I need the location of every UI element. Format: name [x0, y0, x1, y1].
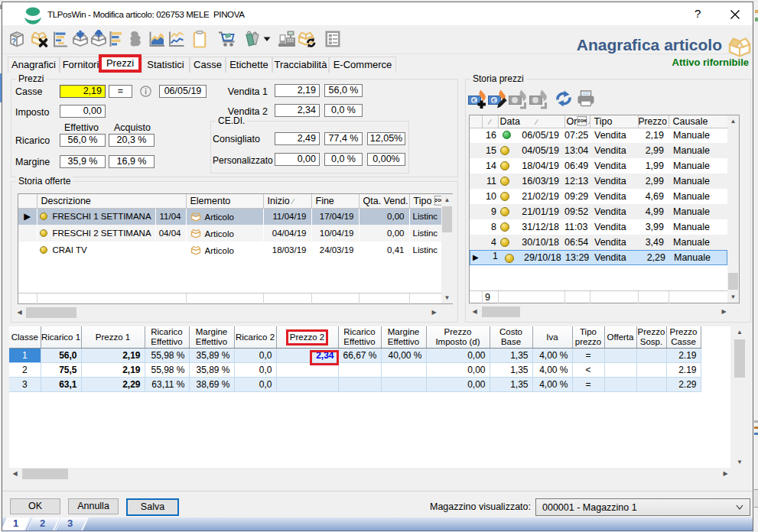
svg-text:€: €	[473, 97, 477, 104]
svg-text:€: €	[493, 97, 496, 104]
svg-text:?: ?	[11, 37, 16, 46]
